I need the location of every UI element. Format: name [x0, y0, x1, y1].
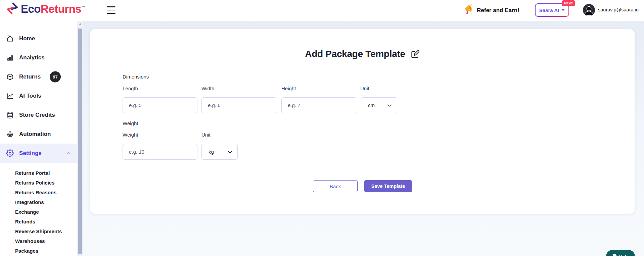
- height-label: Height: [281, 86, 296, 91]
- trend-chart-icon: [6, 92, 15, 100]
- returns-count-badge: 97: [50, 71, 61, 82]
- bar-chart-icon: [6, 53, 15, 62]
- chevron-down-icon: [387, 103, 392, 108]
- sidebar-item-ai-tools[interactable]: AI Tools: [0, 86, 77, 105]
- scroll-up-arrow-icon[interactable]: [79, 23, 82, 25]
- refer-label: Refer and Earn!: [477, 7, 519, 14]
- width-input[interactable]: [201, 97, 276, 113]
- sidebar-item-home[interactable]: Home: [0, 29, 77, 48]
- dimensions-unit-select[interactable]: cm: [361, 97, 397, 113]
- weight-section-label: Weight: [123, 120, 138, 126]
- dimensions-unit-label: Unit: [360, 86, 369, 91]
- dimensions-unit-value: cm: [368, 102, 375, 108]
- back-button[interactable]: Back: [313, 180, 358, 192]
- save-template-button[interactable]: Save Template: [364, 180, 412, 192]
- sidebar-item-analytics[interactable]: Analytics: [0, 48, 77, 67]
- brand-logo-text: EcoReturns™: [21, 3, 86, 15]
- length-input[interactable]: [123, 97, 197, 113]
- sidebar-item-label: Store Credits: [19, 112, 55, 118]
- weight-unit-select[interactable]: kg: [201, 144, 238, 160]
- weight-unit-label: Unit: [201, 132, 211, 138]
- chevron-up-icon: [66, 151, 72, 156]
- help-label: Help: [619, 254, 629, 256]
- sidebar-item-label: Analytics: [19, 54, 45, 61]
- sidebar-item-store-credits[interactable]: Store Credits: [0, 105, 77, 124]
- sidebar-item-settings[interactable]: Settings: [0, 144, 77, 163]
- scrollbar-thumb[interactable]: [78, 29, 82, 254]
- coins-stack-icon: [6, 111, 15, 119]
- sidebar-item-label: AI Tools: [19, 93, 41, 99]
- sidebar-item-label: Home: [19, 35, 35, 42]
- saara-ai-label: Saara AI: [539, 7, 559, 13]
- sidebar-item-label: Automation: [19, 131, 51, 138]
- gear-icon: [6, 149, 15, 158]
- length-label: Length: [123, 86, 138, 91]
- dimensions-section-label: Dimensions: [123, 74, 149, 80]
- new-badge: New!: [562, 0, 575, 6]
- sidebar-scrollbar[interactable]: [77, 21, 83, 256]
- brand-logo[interactable]: EcoReturns™: [7, 2, 86, 16]
- page-title: Add Package Template: [305, 49, 405, 59]
- sidebar-subitem-exchange[interactable]: Exchange: [0, 207, 77, 217]
- sidebar-item-returns[interactable]: Returns 97: [0, 67, 77, 86]
- sidebar-subitem-refunds[interactable]: Refunds: [0, 217, 77, 226]
- home-icon: [6, 34, 15, 43]
- brand-logo-icon: [7, 2, 18, 16]
- weight-unit-value: kg: [209, 149, 214, 155]
- edit-icon[interactable]: [411, 50, 420, 59]
- package-icon: [6, 72, 15, 81]
- sidebar-subitem-warehouses[interactable]: Warehouses: [0, 236, 77, 246]
- help-chat-button[interactable]: Help: [606, 250, 635, 256]
- sidebar-subitem-integrations[interactable]: Integrations: [0, 197, 77, 207]
- main-content: Add Package Template Dimensions Length W…: [83, 21, 644, 256]
- sidebar-item-label: Settings: [19, 150, 42, 157]
- sidebar-subitem-returns-policies[interactable]: Returns Policies: [0, 178, 77, 188]
- robot-icon: [6, 130, 15, 139]
- sidebar-nav: Home Analytics Returns 97: [0, 21, 77, 256]
- chevron-down-icon: [227, 149, 233, 155]
- sidebar-item-label: Returns: [19, 73, 41, 80]
- weight-input[interactable]: [123, 144, 197, 160]
- add-package-template-card: Add Package Template Dimensions Length W…: [90, 29, 635, 214]
- megaphone-icon: [462, 3, 474, 17]
- height-input[interactable]: [281, 97, 356, 113]
- top-header: EcoReturns™ Refer and Earn! Saara AI: [0, 0, 644, 21]
- sidebar-subitem-returns-portal[interactable]: Returns Portal: [0, 168, 77, 178]
- sidebar-subitem-reverse-shipments[interactable]: Reverse Shipments: [0, 226, 77, 236]
- weight-label: Weight: [123, 132, 138, 138]
- sidebar-subitem-returns-reasons[interactable]: Returns Reasons: [0, 188, 77, 197]
- user-email: saurav.p@saara.io: [598, 7, 639, 12]
- chat-bubble-icon: [612, 253, 617, 256]
- settings-submenu: Returns Portal Returns Policies Returns …: [0, 163, 77, 256]
- user-avatar[interactable]: [583, 4, 595, 16]
- refer-and-earn[interactable]: Refer and Earn!: [462, 3, 519, 18]
- menu-icon[interactable]: [107, 6, 116, 14]
- sidebar-item-automation[interactable]: Automation: [0, 124, 77, 144]
- chevron-down-icon: [561, 9, 565, 11]
- width-label: Width: [201, 86, 214, 91]
- sidebar-subitem-packages[interactable]: Packages: [0, 246, 77, 256]
